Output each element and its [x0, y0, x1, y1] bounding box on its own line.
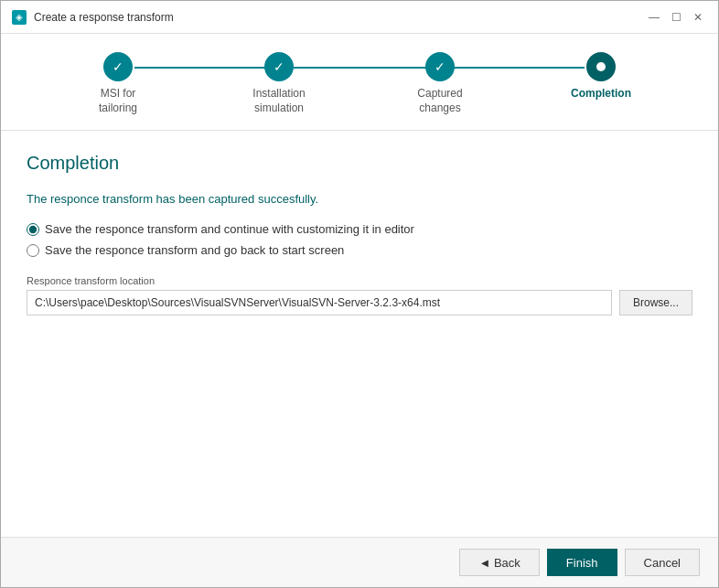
- step-completion: Completion: [520, 52, 681, 102]
- checkmark-icon-2: ✓: [274, 59, 284, 74]
- step-label-2: Installationsimulation: [252, 87, 305, 115]
- app-icon: ◈: [12, 10, 27, 25]
- title-bar-left: ◈ Create a response transform: [12, 10, 174, 25]
- page-title: Completion: [27, 153, 692, 174]
- step-label-3: Capturedchanges: [417, 87, 462, 115]
- checkmark-icon-3: ✓: [435, 59, 445, 74]
- radio-editor-label[interactable]: Save the responce transform and continue…: [45, 222, 414, 236]
- location-group: Responce transform location Browse...: [27, 275, 692, 315]
- checkmark-icon-1: ✓: [113, 59, 123, 74]
- close-button[interactable]: ✕: [689, 8, 707, 27]
- location-input[interactable]: [27, 290, 612, 315]
- maximize-button[interactable]: ☐: [667, 8, 685, 27]
- window-title: Create a response transform: [34, 11, 174, 24]
- step-circle-3: ✓: [425, 52, 455, 81]
- main-content: Completion The responce transform has be…: [1, 131, 718, 537]
- active-dot-icon: [596, 62, 606, 71]
- step-circle-1: ✓: [103, 52, 133, 81]
- step-captured-changes: ✓ Capturedchanges: [360, 52, 520, 115]
- step-label-1: MSI fortailoring: [99, 87, 137, 115]
- radio-group: Save the responce transform and continue…: [27, 222, 692, 257]
- radio-option-start[interactable]: Save the responce transform and go back …: [27, 243, 692, 257]
- app-icon-glyph: ◈: [16, 12, 23, 22]
- step-label-4: Completion: [571, 87, 631, 102]
- success-message: The responce transform has been captured…: [27, 192, 692, 206]
- finish-button[interactable]: Finish: [547, 549, 617, 576]
- main-window: ◈ Create a response transform — ☐ ✕ ✓ MS…: [0, 0, 719, 588]
- stepper: ✓ MSI fortailoring ✓ Installationsimulat…: [38, 52, 681, 115]
- stepper-area: ✓ MSI fortailoring ✓ Installationsimulat…: [1, 34, 718, 131]
- radio-editor[interactable]: [27, 223, 39, 236]
- step-circle-4: [586, 52, 616, 81]
- cancel-button[interactable]: Cancel: [625, 549, 700, 576]
- step-msi-for-tailoring: ✓ MSI fortailoring: [38, 52, 199, 115]
- step-installation-simulation: ✓ Installationsimulation: [199, 52, 360, 115]
- window-controls: — ☐ ✕: [645, 8, 707, 27]
- title-bar: ◈ Create a response transform — ☐ ✕: [1, 1, 718, 34]
- step-circle-2: ✓: [264, 52, 294, 81]
- browse-button[interactable]: Browse...: [619, 290, 692, 315]
- back-button[interactable]: ◄ Back: [459, 549, 539, 576]
- radio-start-label[interactable]: Save the responce transform and go back …: [45, 243, 344, 257]
- location-label: Responce transform location: [27, 275, 692, 286]
- footer: ◄ Back Finish Cancel: [1, 537, 718, 587]
- radio-start[interactable]: [27, 244, 39, 257]
- location-row: Browse...: [27, 290, 692, 315]
- radio-option-editor[interactable]: Save the responce transform and continue…: [27, 222, 692, 236]
- minimize-button[interactable]: —: [645, 8, 663, 27]
